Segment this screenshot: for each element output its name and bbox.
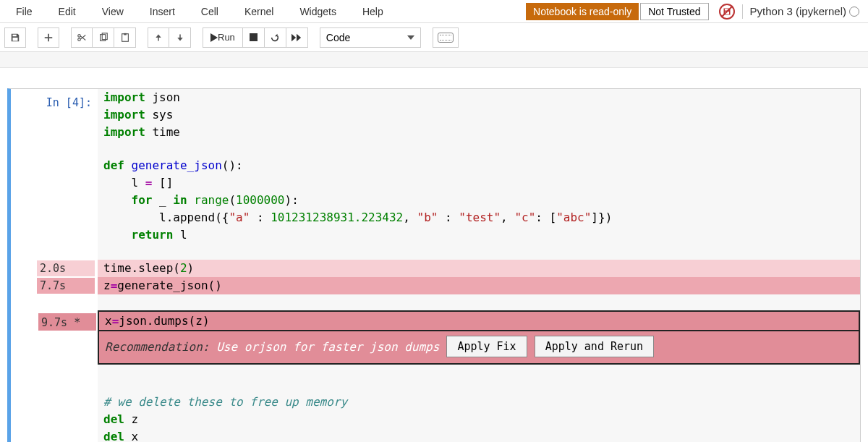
- paste-icon: [120, 33, 130, 43]
- scissors-icon: [77, 33, 87, 43]
- menu-kernel[interactable]: Kernel: [231, 1, 286, 22]
- kw-import: import: [103, 108, 145, 122]
- arrow-down-icon: [176, 33, 184, 42]
- recommendation-panel: Recommendation: Use orjson for faster js…: [98, 331, 860, 365]
- notebook-area: In [4]: import json import sys import ti…: [0, 68, 868, 442]
- copy-icon: [98, 33, 109, 43]
- readonly-badge: Notebook is read-only: [526, 3, 639, 20]
- menu-insert[interactable]: Insert: [137, 1, 188, 22]
- menubar: File Edit View Insert Cell Kernel Widget…: [0, 0, 868, 23]
- menu-view[interactable]: View: [89, 1, 137, 22]
- cell-code[interactable]: import json import sys import time def g…: [98, 89, 860, 442]
- save-button[interactable]: [4, 27, 26, 48]
- apply-and-rerun-button[interactable]: Apply and Rerun: [535, 336, 654, 357]
- cell-type-select[interactable]: Code: [320, 27, 421, 48]
- paste-button[interactable]: [114, 27, 136, 48]
- arrow-up-icon: [154, 33, 163, 42]
- run-label: Run: [218, 32, 235, 43]
- comment: # we delete these to free up memory: [103, 395, 347, 409]
- cut-copy-paste-group: [71, 27, 136, 48]
- menu-help[interactable]: Help: [349, 1, 396, 22]
- kernel-name[interactable]: Python 3 (ipykernel): [750, 5, 846, 17]
- slow-line: 9.7s *x=json.dumps(z): [98, 310, 860, 331]
- gap-bar: [0, 52, 868, 68]
- recommendation-label: Recommendation:: [105, 340, 216, 354]
- kw-import: import: [103, 125, 145, 139]
- restart-icon: [270, 33, 280, 43]
- recommendation-text: Use orjson for faster json dumps: [216, 340, 439, 354]
- cut-button[interactable]: [71, 27, 93, 48]
- plus-icon: [43, 33, 54, 43]
- fast-forward-icon: [292, 33, 302, 42]
- timing-label: 9.7s *: [38, 313, 96, 331]
- divider: [742, 4, 743, 19]
- save-icon: [10, 33, 20, 43]
- run-button[interactable]: Run: [203, 27, 243, 48]
- timing-label: 7.7s: [37, 278, 95, 294]
- add-cell-button[interactable]: [38, 27, 59, 48]
- menu-cell[interactable]: Cell: [188, 1, 231, 22]
- kernel-status-icon[interactable]: [849, 7, 859, 17]
- restart-button[interactable]: [265, 27, 286, 48]
- no-save-icon: [719, 4, 735, 20]
- menu-widgets[interactable]: Widgets: [286, 1, 349, 22]
- menu-file[interactable]: File: [3, 1, 46, 22]
- restart-run-all-button[interactable]: [286, 27, 308, 48]
- toolbar: Run Code: [0, 23, 868, 52]
- svg-rect-3: [124, 33, 127, 35]
- play-icon: [210, 33, 218, 42]
- svg-rect-4: [250, 33, 258, 41]
- menu-edit[interactable]: Edit: [46, 1, 89, 22]
- run-group: Run: [203, 27, 308, 48]
- code-cell[interactable]: In [4]: import json import sys import ti…: [7, 88, 861, 442]
- not-trusted-badge[interactable]: Not Trusted: [640, 3, 708, 20]
- stop-icon: [250, 33, 258, 41]
- apply-fix-button[interactable]: Apply Fix: [446, 336, 527, 357]
- timing-label: 2.0s: [37, 260, 95, 276]
- move-group: [148, 27, 191, 48]
- command-palette-button[interactable]: [433, 27, 459, 48]
- stop-button[interactable]: [243, 27, 265, 48]
- move-up-button[interactable]: [148, 27, 169, 48]
- kw-import: import: [103, 90, 145, 104]
- copy-button[interactable]: [93, 27, 114, 48]
- keyboard-icon: [438, 33, 454, 43]
- move-down-button[interactable]: [169, 27, 191, 48]
